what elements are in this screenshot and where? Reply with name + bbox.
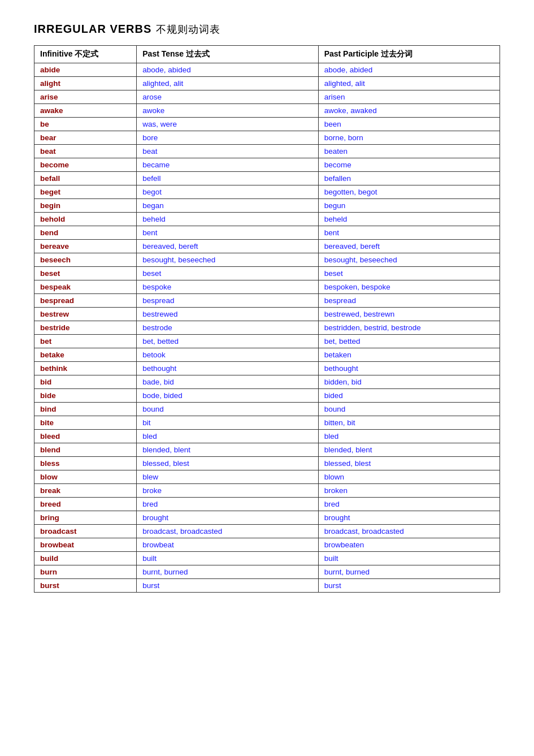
verbs-table: Infinitive 不定式 Past Tense 过去式 Past Parti…: [34, 45, 500, 593]
cell-past-participle: besought, beseeched: [318, 253, 500, 267]
table-row: bindboundbound: [34, 403, 500, 416]
cell-past-participle: betaken: [318, 348, 500, 362]
cell-past-tense: broke: [137, 484, 318, 498]
cell-infinitive: breed: [34, 498, 137, 511]
cell-infinitive: beseech: [34, 253, 137, 267]
cell-past-participle: burst: [318, 579, 500, 593]
cell-past-participle: bestrewed, bestrewn: [318, 308, 500, 321]
cell-past-tense: blew: [137, 470, 318, 484]
table-row: befallbefellbefallen: [34, 172, 500, 185]
cell-infinitive: bear: [34, 131, 137, 145]
cell-infinitive: blend: [34, 443, 137, 457]
cell-infinitive: beat: [34, 145, 137, 158]
cell-infinitive: bid: [34, 375, 137, 389]
cell-past-tense: bound: [137, 403, 318, 416]
header-past-participle: Past Participle 过去分词: [318, 46, 500, 63]
cell-past-participle: broadcast, broadcasted: [318, 525, 500, 538]
cell-past-participle: bled: [318, 430, 500, 443]
cell-past-tense: beheld: [137, 213, 318, 226]
cell-past-tense: bade, bid: [137, 375, 318, 389]
table-row: breedbredbred: [34, 498, 500, 511]
title-chinese: 不规则动词表: [156, 24, 220, 35]
cell-infinitive: bless: [34, 457, 137, 470]
table-row: browbeatbrowbeatbrowbeaten: [34, 538, 500, 552]
cell-past-participle: become: [318, 158, 500, 172]
cell-infinitive: blow: [34, 470, 137, 484]
table-row: begetbegotbegotten, begot: [34, 185, 500, 199]
cell-infinitive: broadcast: [34, 525, 137, 538]
cell-past-tense: became: [137, 158, 318, 172]
table-row: beseechbesought, beseechedbesought, bese…: [34, 253, 500, 267]
table-row: bestrewbestrewedbestrewed, bestrewn: [34, 308, 500, 321]
cell-past-tense: begot: [137, 185, 318, 199]
cell-infinitive: betake: [34, 348, 137, 362]
table-body: abideabode, abidedabode, abidedalightali…: [34, 63, 500, 593]
table-row: betbet, bettedbet, betted: [34, 335, 500, 348]
cell-past-tense: bet, betted: [137, 335, 318, 348]
cell-past-tense: burnt, burned: [137, 565, 318, 579]
cell-past-participle: blended, blent: [318, 443, 500, 457]
cell-past-participle: browbeaten: [318, 538, 500, 552]
table-row: blendblended, blentblended, blent: [34, 443, 500, 457]
cell-infinitive: arise: [34, 90, 137, 104]
table-row: bestridebestrodebestridden, bestrid, bes…: [34, 321, 500, 335]
cell-past-participle: bided: [318, 389, 500, 403]
cell-infinitive: befall: [34, 172, 137, 185]
table-row: beholdbeheldbeheld: [34, 213, 500, 226]
cell-infinitive: burn: [34, 565, 137, 579]
cell-past-tense: broadcast, broadcasted: [137, 525, 318, 538]
cell-infinitive: beset: [34, 267, 137, 280]
page-title: IRREGULAR VERBS不规则动词表: [34, 23, 500, 36]
cell-infinitive: bide: [34, 389, 137, 403]
cell-past-tense: burst: [137, 579, 318, 593]
table-row: bearboreborne, born: [34, 131, 500, 145]
cell-infinitive: beget: [34, 185, 137, 199]
table-row: abideabode, abidedabode, abided: [34, 63, 500, 77]
cell-infinitive: bereave: [34, 240, 137, 253]
table-row: alightalighted, alitalighted, alit: [34, 77, 500, 90]
cell-past-tense: was, were: [137, 118, 318, 131]
cell-past-participle: blown: [318, 470, 500, 484]
cell-past-tense: abode, abided: [137, 63, 318, 77]
table-row: bethinkbethoughtbethought: [34, 362, 500, 375]
cell-infinitive: bespeak: [34, 280, 137, 294]
cell-past-tense: bereaved, bereft: [137, 240, 318, 253]
cell-past-tense: awoke: [137, 104, 318, 118]
cell-past-tense: befell: [137, 172, 318, 185]
cell-infinitive: bind: [34, 403, 137, 416]
cell-past-tense: brought: [137, 511, 318, 525]
cell-past-participle: broken: [318, 484, 500, 498]
cell-past-participle: bitten, bit: [318, 416, 500, 430]
cell-past-participle: burnt, burned: [318, 565, 500, 579]
table-row: beatbeatbeaten: [34, 145, 500, 158]
cell-infinitive: abide: [34, 63, 137, 77]
cell-past-tense: bespoke: [137, 280, 318, 294]
cell-past-tense: bled: [137, 430, 318, 443]
cell-past-tense: blessed, blest: [137, 457, 318, 470]
table-row: blowblewblown: [34, 470, 500, 484]
table-row: arisearosearisen: [34, 90, 500, 104]
cell-past-participle: bethought: [318, 362, 500, 375]
cell-past-participle: awoke, awaked: [318, 104, 500, 118]
cell-past-tense: alighted, alit: [137, 77, 318, 90]
cell-past-participle: beaten: [318, 145, 500, 158]
cell-infinitive: bend: [34, 226, 137, 240]
cell-infinitive: bite: [34, 416, 137, 430]
cell-infinitive: break: [34, 484, 137, 498]
table-row: burnburnt, burnedburnt, burned: [34, 565, 500, 579]
cell-past-tense: bethought: [137, 362, 318, 375]
cell-past-participle: arisen: [318, 90, 500, 104]
cell-infinitive: bleed: [34, 430, 137, 443]
cell-past-tense: bestrewed: [137, 308, 318, 321]
table-row: breakbrokebroken: [34, 484, 500, 498]
cell-infinitive: build: [34, 552, 137, 565]
cell-past-tense: bode, bided: [137, 389, 318, 403]
cell-infinitive: bestride: [34, 321, 137, 335]
cell-past-tense: bent: [137, 226, 318, 240]
table-row: broadcastbroadcast, broadcastedbroadcast…: [34, 525, 500, 538]
cell-past-participle: bereaved, bereft: [318, 240, 500, 253]
table-row: bendbentbent: [34, 226, 500, 240]
cell-infinitive: browbeat: [34, 538, 137, 552]
cell-past-tense: bore: [137, 131, 318, 145]
cell-past-participle: bespread: [318, 294, 500, 308]
